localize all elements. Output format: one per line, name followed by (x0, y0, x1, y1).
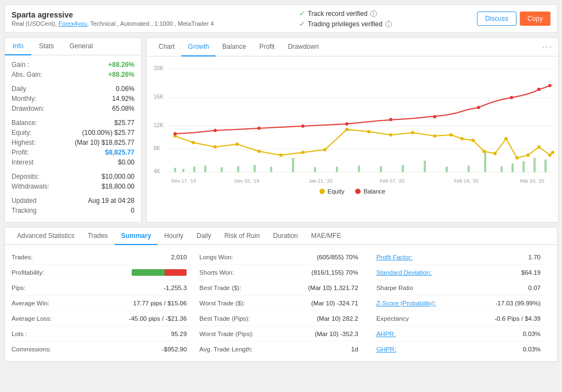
monthly-row: Monthly: 14.92% (12, 95, 134, 103)
svg-point-42 (235, 143, 239, 146)
broker-link[interactable]: Forex4you (59, 20, 87, 27)
pips-value: -1,255.3 (164, 285, 187, 291)
svg-rect-25 (314, 167, 316, 172)
worst-trade-dollar-label: Worst Trade ($): (199, 300, 245, 306)
daily-row: Daily 0.06% (12, 85, 134, 93)
stats-tabs-row: Advanced Statistics Trades Summary Hourl… (5, 228, 557, 245)
lots-value: 95.29 (171, 331, 187, 337)
svg-point-64 (213, 129, 217, 132)
tab-advanced-statistics[interactable]: Advanced Statistics (10, 228, 81, 245)
svg-rect-27 (358, 166, 360, 172)
svg-point-60 (537, 145, 541, 149)
track-record-info-icon[interactable]: i (370, 10, 377, 17)
drawdown-label: Drawdown: (12, 105, 44, 112)
withdrawals-row: Withdrawals: $18,800.00 (12, 183, 134, 190)
chart-more-icon[interactable]: ··· (542, 42, 553, 52)
stats-row-pips: Pips: -1,255.3 (12, 280, 191, 296)
stats-col-1: Trades: 2,010 Profitability: Pips: -1,25… (12, 249, 191, 357)
svg-point-47 (345, 128, 349, 131)
std-dev-label[interactable]: Standard Deviation: (376, 269, 432, 276)
header: Sparta agressive Real (USDCent), Forex4y… (4, 4, 558, 33)
pips-label: Pips: (12, 285, 26, 291)
svg-point-62 (551, 151, 554, 154)
ahpr-label[interactable]: AHPR: (376, 331, 396, 337)
svg-rect-30 (424, 161, 426, 172)
worst-trade-pips-value: (Mar 10) -352.3 (314, 331, 358, 337)
tab-daily[interactable]: Daily (190, 228, 218, 245)
tab-general[interactable]: General (61, 38, 100, 55)
svg-point-61 (548, 154, 552, 157)
tab-summary[interactable]: Summary (115, 228, 158, 245)
svg-point-44 (279, 154, 283, 157)
balance-color-dot (355, 189, 361, 194)
ghpr-label[interactable]: GHPR: (376, 346, 396, 353)
equity-color-dot (319, 189, 325, 194)
best-trade-dollar-label: Best Trade ($): (199, 285, 241, 291)
sharpe-value: 0.07 (529, 285, 541, 291)
balance-legend-label: Balance (363, 188, 385, 195)
zscore-label[interactable]: Z-Score (Probability): (376, 300, 436, 306)
trades-label: Trades: (12, 254, 33, 260)
svg-text:Jan 21, '20: Jan 21, '20 (308, 178, 333, 184)
svg-rect-36 (522, 161, 525, 172)
balance-label: Balance: (12, 119, 37, 127)
discuss-button[interactable]: Discuss (477, 12, 516, 26)
ghpr-value: 0.03% (522, 346, 541, 353)
svg-point-52 (449, 133, 453, 137)
svg-point-51 (433, 134, 436, 138)
chart-tab-balance[interactable]: Balance (216, 38, 252, 56)
chart-tab-drawdown[interactable]: Drawdown (281, 38, 325, 56)
copy-button[interactable]: Copy (520, 12, 550, 26)
stats-row-lots: Lots : 95.29 (12, 326, 191, 342)
equity-value: (100.00%) $25.77 (82, 129, 134, 137)
svg-rect-34 (501, 166, 503, 172)
svg-point-71 (510, 96, 513, 99)
svg-point-45 (301, 151, 305, 154)
svg-rect-20 (221, 167, 223, 172)
profitability-label: Profitability: (12, 269, 44, 276)
growth-chart: 20K 16K 12K 8K 4K Nov 17, '19 Dec 02, '1… (149, 59, 555, 185)
gain-label: Gain : (12, 61, 29, 69)
tab-trades[interactable]: Trades (81, 228, 115, 245)
stats-row-expectancy: Expectancy -0.6 Pips / $4.39 (376, 311, 545, 326)
svg-text:8K: 8K (154, 145, 161, 151)
svg-rect-38 (544, 160, 547, 172)
ahpr-value: 0.03% (522, 331, 541, 337)
tab-info[interactable]: Info (5, 38, 31, 55)
header-actions: Discuss Copy (477, 12, 550, 26)
profit-factor-label[interactable]: Profit Factor: (376, 254, 413, 260)
deposits-value: $10,000.00 (102, 173, 134, 180)
monthly-value: 14.92% (112, 95, 134, 103)
tab-risk-of-ruin[interactable]: Risk of Ruin (218, 228, 267, 245)
stats-row-worst-trade-pips: Worst Trade (Pips): (Mar 10) -352.3 (199, 326, 362, 342)
account-subtitle: Real (USDCent), Forex4you, Technical , A… (12, 20, 214, 27)
expectancy-label: Expectancy (376, 315, 409, 322)
chart-tab-chart[interactable]: Chart (152, 38, 181, 56)
abs-gain-value: +88.26% (108, 71, 134, 78)
chart-tab-profit[interactable]: Profit (252, 38, 281, 56)
svg-point-49 (389, 133, 392, 137)
stats-row-longs-won: Longs Won: (605/855) 70% (199, 249, 362, 265)
expectancy-value: -0.6 Pips / $4.39 (494, 315, 541, 322)
tab-hourly[interactable]: Hourly (158, 228, 190, 245)
tab-mae-mfe[interactable]: MAE/MFE (305, 228, 348, 245)
svg-point-40 (192, 141, 195, 144)
chart-area: 20K 16K 12K 8K 4K Nov 17, '19 Dec 02, '1… (147, 56, 558, 200)
svg-point-53 (460, 137, 464, 140)
left-tabs: Info Stats General (5, 38, 141, 55)
chart-tab-growth[interactable]: Growth (181, 38, 216, 56)
commissions-value: -$952.90 (162, 346, 187, 353)
interest-row: Interest $0.00 (12, 158, 134, 166)
svg-point-58 (515, 156, 519, 160)
svg-rect-31 (446, 167, 448, 172)
profit-red-bar (165, 269, 187, 276)
trading-privileges-info-icon[interactable]: i (385, 21, 392, 27)
chart-panel: Chart Growth Balance Profit Drawdown ···… (146, 37, 559, 223)
tab-stats[interactable]: Stats (31, 38, 61, 55)
left-panel: Info Stats General Gain : +88.26% Abs. G… (4, 37, 142, 223)
highest-row: Highest: (Mar 10) $18,825.77 (12, 139, 134, 146)
tab-duration[interactable]: Duration (266, 228, 304, 245)
commissions-label: Commissions: (12, 346, 51, 353)
stats-col-3: Profit Factor: 1.70 Standard Deviation: … (371, 249, 550, 357)
worst-trade-pips-label: Worst Trade (Pips): (199, 331, 254, 337)
